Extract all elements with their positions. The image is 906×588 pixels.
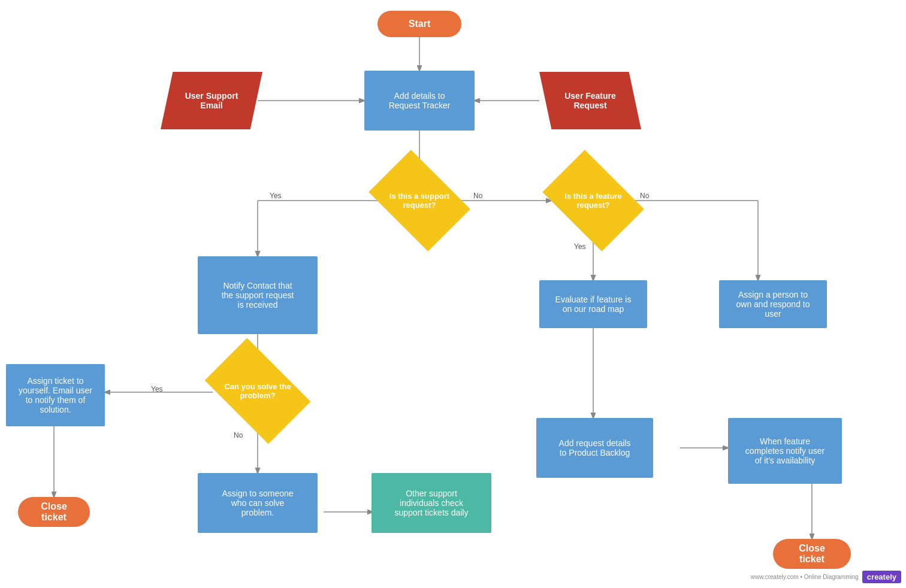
is-feature-request-diamond: Is this a feature request? <box>542 150 644 251</box>
can-you-solve-label: Can you solve the problem? <box>213 380 303 402</box>
when-feature-completes-node: When feature completes notify user of it… <box>728 418 842 484</box>
is-support-request-label: Is this a support request? <box>378 189 461 212</box>
yes-label-3: Yes <box>151 385 163 393</box>
assign-someone-label: Assign to someone who can solve problem. <box>222 489 293 517</box>
close-ticket-2-node: Close ticket <box>773 539 851 569</box>
watermark-url: www.creately.com • Online Diagramming <box>751 574 859 580</box>
close-ticket-2-label: Close ticket <box>787 543 836 565</box>
assign-ticket-label: Assign ticket to yourself. Email user to… <box>19 376 92 414</box>
when-feature-completes-label: When feature completes notify user of it… <box>745 437 825 465</box>
user-support-email-label: User Support Email <box>185 91 238 110</box>
can-you-solve-diamond: Can you solve the problem? <box>205 338 311 444</box>
no-label-2: No <box>640 192 649 200</box>
start-label: Start <box>409 19 430 29</box>
evaluate-feature-node: Evaluate if feature is on our road map <box>539 280 647 328</box>
evaluate-feature-label: Evaluate if feature is on our road map <box>555 295 632 314</box>
no-label-3: No <box>234 431 243 440</box>
add-details-node: Add details to Request Tracker <box>364 71 475 131</box>
no-label-1: No <box>473 192 482 200</box>
notify-contact-label: Notify Contact that the support request … <box>222 281 294 310</box>
is-support-request-diamond: Is this a support request? <box>369 150 470 251</box>
assign-person-label: Assign a person to own and respond to us… <box>736 290 810 319</box>
creately-logo: creately <box>862 571 901 583</box>
start-node: Start <box>378 11 461 37</box>
yes-label-1: Yes <box>270 192 282 200</box>
notify-contact-node: Notify Contact that the support request … <box>198 256 318 334</box>
other-support-label: Other support individuals check support … <box>395 489 469 517</box>
user-support-email-node: User Support Email <box>161 72 262 129</box>
assign-someone-node: Assign to someone who can solve problem. <box>198 473 318 533</box>
add-details-label: Add details to Request Tracker <box>389 91 451 110</box>
assign-person-node: Assign a person to own and respond to us… <box>719 280 827 328</box>
close-ticket-1-label: Close ticket <box>32 501 76 523</box>
other-support-node: Other support individuals check support … <box>372 473 491 533</box>
add-product-backlog-node: Add request details to Product Backlog <box>536 418 653 478</box>
add-product-backlog-label: Add request details to Product Backlog <box>559 438 631 457</box>
user-feature-request-node: User Feature Request <box>539 72 641 129</box>
user-feature-request-label: User Feature Request <box>564 91 616 110</box>
is-feature-request-label: Is this a feature request? <box>551 189 635 212</box>
close-ticket-1-node: Close ticket <box>18 497 90 527</box>
yes-label-2: Yes <box>574 243 586 251</box>
assign-ticket-node: Assign ticket to yourself. Email user to… <box>6 364 105 426</box>
watermark: www.creately.com • Online Diagramming cr… <box>751 571 901 583</box>
